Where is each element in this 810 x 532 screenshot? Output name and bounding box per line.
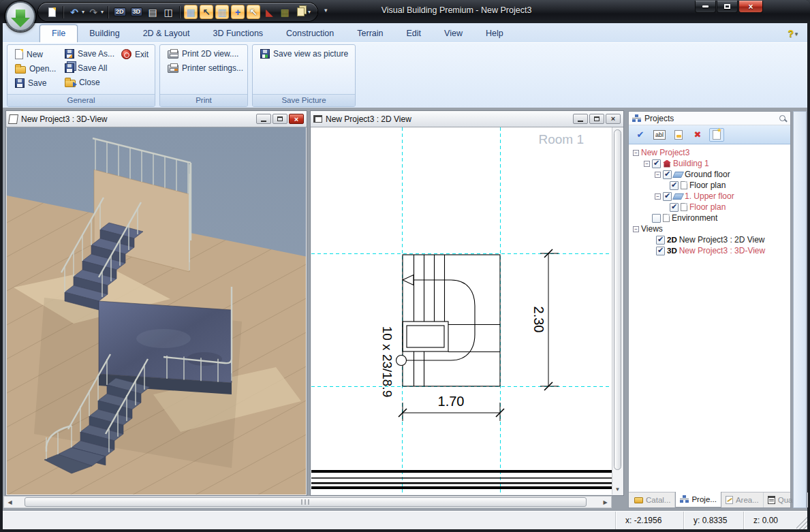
3d-canvas[interactable] xyxy=(7,127,306,495)
close-button[interactable]: × xyxy=(738,1,763,13)
scroll-right-button[interactable]: ▶ xyxy=(599,497,611,507)
tab-catalog[interactable]: Catal... xyxy=(630,492,675,507)
2d-restore-button[interactable] xyxy=(589,114,604,124)
ribbon-group-save-picture: Save view as picture Save Picture xyxy=(252,44,356,107)
tab-area[interactable]: Area... xyxy=(721,492,764,507)
expander-icon[interactable]: − xyxy=(644,161,650,167)
properties-button[interactable] xyxy=(671,128,686,142)
open-button[interactable]: Open... xyxy=(13,64,60,74)
maximize-button[interactable] xyxy=(717,1,738,13)
3d-minimize-button[interactable] xyxy=(256,114,271,124)
apply-button[interactable]: ✔ xyxy=(633,128,648,142)
copy-pages-button[interactable] xyxy=(294,5,307,19)
tree-item-floor-plan-upper[interactable]: Floor plan xyxy=(632,202,790,213)
tab-2d-layout[interactable]: 2D & Layout xyxy=(131,25,202,42)
grid-toggle-button[interactable]: ▦ xyxy=(184,5,198,19)
3d-window-titlebar[interactable]: New Project3 : 3D-View × xyxy=(6,111,307,127)
checkbox[interactable] xyxy=(670,181,679,190)
save-all-button[interactable]: Save All xyxy=(63,63,116,73)
tree-item-upper-floor[interactable]: − 1. Upper floor xyxy=(632,191,790,202)
checkbox[interactable] xyxy=(656,247,665,255)
2d-vertical-scrollbar[interactable]: ▼ xyxy=(612,127,623,495)
tree-item-building[interactable]: − Building 1 xyxy=(632,158,790,169)
2d-view-button[interactable]: 2D xyxy=(112,5,127,19)
tab-edit[interactable]: Edit xyxy=(395,25,433,42)
tree-item-2d-view[interactable]: 2D New Project3 : 2D View xyxy=(632,234,790,245)
tree-item-environment[interactable]: Environment xyxy=(632,213,790,223)
redo-dropdown[interactable]: ▾ xyxy=(101,9,104,15)
scroll-left-button[interactable]: ◀ xyxy=(4,497,16,507)
3d-view-button[interactable]: 3D xyxy=(129,5,144,19)
hatch-tool-button[interactable]: ▦ xyxy=(278,5,292,19)
undo-button[interactable]: ↶ xyxy=(67,5,81,19)
3d-restore-button[interactable] xyxy=(272,114,287,124)
copy-pages-dropdown[interactable]: ▾ xyxy=(308,9,311,15)
split-vertical-button[interactable]: ◫ xyxy=(161,5,175,19)
right-dock-strip[interactable] xyxy=(793,111,807,508)
checkbox[interactable] xyxy=(652,159,661,168)
checkbox[interactable] xyxy=(652,214,661,223)
tree-item-project[interactable]: − New Project3 xyxy=(632,147,790,158)
guides-toggle-button[interactable]: ▥ xyxy=(215,5,229,19)
3d-close-button[interactable]: × xyxy=(289,114,304,124)
new-item-button[interactable] xyxy=(709,128,724,142)
2d-close-button[interactable]: × xyxy=(606,114,621,124)
undo-dropdown[interactable]: ▾ xyxy=(82,9,84,15)
scroll-down-button[interactable]: ▼ xyxy=(612,484,623,495)
tree-item-floor-plan[interactable]: Floor plan xyxy=(632,180,790,191)
document-icon xyxy=(681,181,687,189)
pages-icon xyxy=(297,7,305,16)
tab-construction[interactable]: Construction xyxy=(275,25,345,42)
expander-icon[interactable]: − xyxy=(655,193,661,200)
ribbon-group-print: Print 2D view.... Printer settings... Pr… xyxy=(159,44,248,107)
tab-3d-functions[interactable]: 3D Functions xyxy=(201,25,275,42)
project-tree: − New Project3 − Building 1 − Ground flo… xyxy=(629,144,790,492)
new-button[interactable]: New xyxy=(13,49,60,59)
checkbox[interactable] xyxy=(663,170,672,179)
save-button[interactable]: Save xyxy=(13,78,60,88)
2d-window-titlebar[interactable]: New Project3 : 2D View × xyxy=(311,111,623,127)
rename-button[interactable]: abl xyxy=(652,128,667,142)
resize-grip[interactable] xyxy=(796,512,807,529)
new-document-button[interactable] xyxy=(45,5,59,19)
2d-minimize-button[interactable] xyxy=(573,114,588,124)
print-2d-view-button[interactable]: Print 2D view.... xyxy=(166,49,245,59)
expander-icon[interactable]: − xyxy=(655,172,661,178)
tab-building[interactable]: Building xyxy=(78,25,131,42)
expander-icon[interactable]: − xyxy=(633,226,639,232)
exit-button[interactable]: Exit xyxy=(119,49,151,59)
snap-cursor-button[interactable]: ↖ xyxy=(200,5,213,19)
expander-icon[interactable]: − xyxy=(633,150,639,156)
magnifier-icon[interactable] xyxy=(779,115,785,121)
v-scroll-thumb[interactable] xyxy=(614,129,621,470)
close-project-button[interactable]: Close xyxy=(63,78,116,87)
application-menu-button[interactable] xyxy=(5,1,35,31)
checkbox[interactable] xyxy=(656,236,665,245)
delete-button[interactable]: ✖ xyxy=(690,128,705,142)
save-as-button[interactable]: Save As... xyxy=(63,49,116,59)
tab-file[interactable]: File xyxy=(40,25,78,42)
tab-view[interactable]: View xyxy=(433,25,474,42)
minimize-button[interactable] xyxy=(695,1,716,13)
tree-item-ground-floor[interactable]: − Ground floor xyxy=(632,169,790,180)
printer-settings-button[interactable]: Printer settings... xyxy=(166,63,245,73)
crosshair-toggle-button[interactable]: + xyxy=(231,5,245,19)
checkbox[interactable] xyxy=(670,203,679,212)
mdi-horizontal-scrollbar[interactable]: ◀ ▶ xyxy=(3,496,612,508)
tree-item-views[interactable]: − Views xyxy=(632,223,790,234)
save-view-as-picture-button[interactable]: Save view as picture xyxy=(258,49,350,59)
tab-terrain[interactable]: Terrain xyxy=(345,25,394,42)
tab-projects[interactable]: Proje... xyxy=(675,492,721,507)
h-scroll-thumb[interactable] xyxy=(25,497,587,507)
help-button[interactable]: ?▾ xyxy=(788,28,798,42)
2d-view-icon xyxy=(313,115,322,123)
pointer-mode-button[interactable]: ↖ xyxy=(247,5,260,19)
split-horizontal-button[interactable]: ▤ xyxy=(146,5,159,19)
2d-canvas[interactable]: 2.30 1.70 10 x 23/18.9 Room 1 xyxy=(311,127,612,495)
angle-tool-button[interactable]: ◣ xyxy=(262,5,276,19)
tab-help[interactable]: Help xyxy=(474,25,515,42)
new-icon xyxy=(15,49,23,59)
redo-button[interactable]: ↷ xyxy=(87,5,100,19)
tree-item-3d-view[interactable]: 3D New Project3 : 3D-View xyxy=(632,245,790,256)
checkbox[interactable] xyxy=(663,192,672,201)
